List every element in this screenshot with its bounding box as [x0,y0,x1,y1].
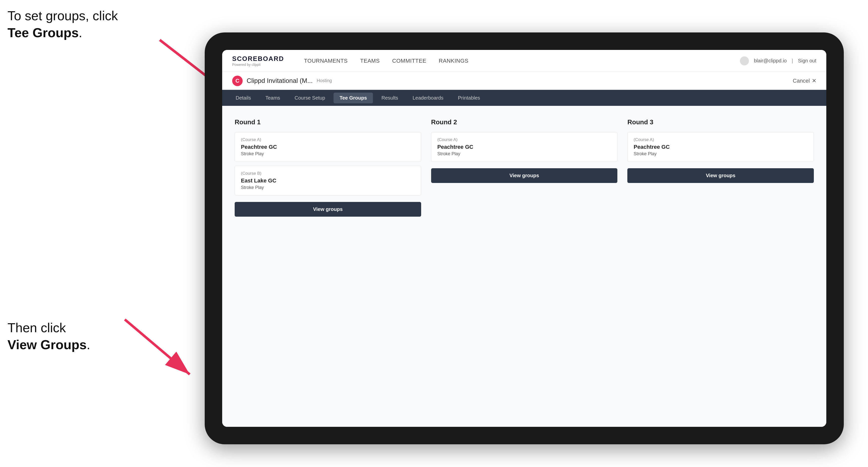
sign-out-link[interactable]: Sign out [798,58,816,64]
tournament-name: Clippd Invitational (M... [247,77,313,85]
main-content: Round 1 (Course A) Peachtree GC Stroke P… [222,106,826,427]
round-1-course-a-format: Stroke Play [241,151,415,156]
instruction-line1: To set groups, click [7,8,118,23]
tab-bar: Details Teams Course Setup Tee Groups Re… [222,90,826,106]
logo-text: SCOREBOARD [232,55,284,63]
nav-committee[interactable]: COMMITTEE [392,58,426,64]
tab-printables[interactable]: Printables [452,93,486,103]
nav-links: TOURNAMENTS TEAMS COMMITTEE RANKINGS [304,58,725,64]
rounds-grid: Round 1 (Course A) Peachtree GC Stroke P… [235,118,814,217]
round-2-column: Round 2 (Course A) Peachtree GC Stroke P… [431,118,618,217]
view-groups-button-round3[interactable]: View groups [627,168,814,183]
round-3-course-a-card: (Course A) Peachtree GC Stroke Play [627,132,814,162]
round-3-title: Round 3 [627,118,814,126]
logo-area: SCOREBOARD Powered by clippit [232,55,284,67]
top-nav: SCOREBOARD Powered by clippit TOURNAMENT… [222,50,826,72]
cancel-button[interactable]: Cancel ✕ [793,77,816,84]
logo-sub-label: Powered by clippit [232,63,260,67]
tab-results[interactable]: Results [375,93,404,103]
round-3-column: Round 3 (Course A) Peachtree GC Stroke P… [627,118,814,217]
logo-label: SCOREBOARD [232,55,284,62]
round-1-course-a-name: Peachtree GC [241,144,415,150]
tablet-screen: SCOREBOARD Powered by clippit TOURNAMENT… [222,50,826,427]
user-avatar [740,56,749,65]
round-1-course-a-label: (Course A) [241,137,415,142]
tab-leaderboards[interactable]: Leaderboards [407,93,450,103]
instruction-bottom: Then click View Groups. [7,319,90,353]
view-groups-button-round1[interactable]: View groups [235,202,421,217]
cancel-label: Cancel [793,77,810,84]
round-1-course-b-card: (Course B) East Lake GC Stroke Play [235,166,421,195]
instruction-top: To set groups, click Tee Groups. [7,7,118,41]
close-icon: ✕ [812,77,816,84]
view-groups-button-round2[interactable]: View groups [431,168,618,183]
tab-tee-groups[interactable]: Tee Groups [334,93,373,103]
round-1-course-b-name: East Lake GC [241,178,415,184]
tab-course-setup[interactable]: Course Setup [288,93,331,103]
round-2-course-a-label: (Course A) [437,137,611,142]
round-3-course-a-label: (Course A) [633,137,808,142]
round-1-course-b-label: (Course B) [241,171,415,176]
nav-tournaments[interactable]: TOURNAMENTS [304,58,348,64]
instruction-then-click: Then click [7,320,66,335]
user-email: blair@clippd.io [754,58,786,64]
instruction-suffix2: . [87,338,90,352]
round-1-title: Round 1 [235,118,421,126]
tab-teams[interactable]: Teams [259,93,286,103]
tournament-icon: C [232,75,243,86]
tournament-title-area: C Clippd Invitational (M... Hosting [232,75,332,86]
instruction-suffix1: . [79,26,82,40]
tournament-status: Hosting [316,78,332,83]
round-2-course-a-format: Stroke Play [437,151,611,156]
instruction-tee-groups: Tee Groups [7,26,79,40]
round-1-column: Round 1 (Course A) Peachtree GC Stroke P… [235,118,421,217]
arrow-view-groups [95,300,220,394]
tablet-frame: SCOREBOARD Powered by clippit TOURNAMENT… [205,32,844,444]
nav-teams[interactable]: TEAMS [360,58,380,64]
nav-rankings[interactable]: RANKINGS [439,58,469,64]
tournament-header: C Clippd Invitational (M... Hosting Canc… [222,72,826,90]
round-2-course-a-name: Peachtree GC [437,144,611,150]
tab-details[interactable]: Details [230,93,257,103]
round-1-course-b-format: Stroke Play [241,185,415,190]
nav-right: blair@clippd.io | Sign out [740,56,816,65]
round-2-title: Round 2 [431,118,618,126]
round-1-course-a-card: (Course A) Peachtree GC Stroke Play [235,132,421,162]
round-2-course-a-card: (Course A) Peachtree GC Stroke Play [431,132,618,162]
instruction-view-groups: View Groups [7,338,87,352]
round-3-course-a-name: Peachtree GC [633,144,808,150]
logo-sub: Powered by clippit [232,63,284,67]
round-3-course-a-format: Stroke Play [633,151,808,156]
svg-line-3 [125,319,190,374]
